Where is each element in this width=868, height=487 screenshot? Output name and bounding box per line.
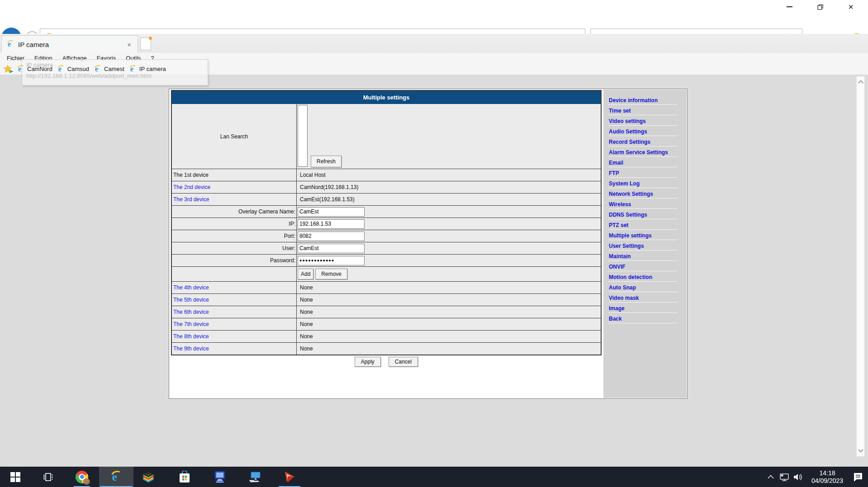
sidebar-link-wireless[interactable]: Wireless [608, 200, 677, 209]
tray-network-icon[interactable] [778, 467, 791, 487]
clock-time: 14:18 [809, 469, 845, 477]
password-label: Password: [270, 257, 295, 264]
favorite-ip-camera[interactable]: e IP camera [127, 65, 168, 74]
lan-search-label: Lan Search [172, 104, 297, 169]
overlay-name-field[interactable] [298, 207, 365, 217]
device-link[interactable]: The 6th device [173, 309, 209, 315]
internet-explorer-icon: e [110, 471, 123, 483]
sidebar-link-device-information[interactable]: Device information [608, 96, 677, 105]
device-link[interactable]: The 7th device [173, 321, 209, 327]
device-link[interactable]: The 3rd device [173, 196, 209, 203]
microsoft-store-icon [179, 471, 190, 483]
start-button[interactable] [5, 467, 26, 487]
tab-close-icon[interactable]: × [125, 41, 133, 48]
sidebar-link-record-settings[interactable]: Record Settings [608, 137, 677, 147]
overlay-name-row: Overlay Camera Name: [172, 205, 601, 217]
sidebar-link-onvif[interactable]: ONVIF [608, 262, 677, 271]
sidebar-link-maintain[interactable]: Maintain [608, 252, 677, 261]
tab-title: IP camera [18, 41, 125, 48]
vertical-scrollbar[interactable] [856, 76, 864, 456]
favorite-label: CamNord [27, 66, 52, 72]
device-row-9: The 9th device None [172, 342, 601, 355]
cancel-button[interactable]: Cancel [389, 357, 418, 367]
sidebar-link-motion-detection[interactable]: Motion detection [608, 273, 677, 282]
task-view-button[interactable] [37, 467, 59, 487]
refresh-button[interactable]: Refresh [311, 156, 342, 167]
action-center-button[interactable] [848, 467, 868, 487]
scroll-up-button[interactable] [857, 77, 865, 86]
restore-button[interactable] [809, 0, 831, 14]
close-button[interactable]: × [840, 0, 862, 14]
taskbar-bluestacks[interactable] [138, 467, 159, 487]
taskbar-clock[interactable]: 14:18 04/09/2023 [809, 469, 845, 485]
new-tab-button[interactable] [140, 38, 151, 50]
user-field[interactable] [298, 244, 365, 253]
minimize-button[interactable] [778, 0, 801, 14]
favorite-camsud[interactable]: e Camsud [55, 65, 91, 74]
device-value: None [300, 345, 313, 352]
ie-favorite-icon: e [129, 65, 137, 73]
sidebar-link-alarm-service-settings[interactable]: Alarm Service Settings [608, 148, 677, 157]
device-value: CamEst(192.168.1.53) [300, 196, 355, 203]
device-value: None [300, 284, 313, 291]
favorite-camnord[interactable]: e CamNord [14, 65, 55, 74]
taskbar-remote-desktop[interactable] [209, 467, 231, 487]
port-field[interactable] [298, 232, 365, 241]
taskbar-red-app[interactable] [279, 467, 300, 487]
lan-search-cell: Refresh [297, 104, 601, 169]
device-row-2: The 2nd device CamNord(192.168.1.13) [172, 181, 601, 193]
device-link[interactable]: The 4th device [173, 284, 209, 291]
user-label: User: [282, 245, 295, 251]
task-view-icon [42, 472, 54, 482]
device-link[interactable]: The 2nd device [173, 184, 210, 190]
sidebar-link-image[interactable]: Image [608, 304, 677, 313]
ethernet-network-icon [779, 473, 790, 482]
tray-volume-icon[interactable] [791, 467, 805, 487]
chevron-up-icon [768, 475, 774, 479]
sidebar-link-network-settings[interactable]: Network Settings [608, 189, 677, 199]
ie-favorite-icon: e [94, 65, 102, 73]
chrome-icon [76, 471, 88, 483]
add-favorite-icon[interactable] [4, 65, 14, 74]
chrome-overlay-badge [83, 478, 90, 485]
apply-button[interactable]: Apply [355, 357, 381, 367]
sidebar-link-ddns-settings[interactable]: DDNS Settings [608, 210, 677, 219]
sidebar-link-time-set[interactable]: Time set [608, 106, 677, 115]
taskbar-chrome[interactable] [71, 467, 93, 487]
favorite-label: Camsud [67, 66, 89, 72]
device-link[interactable]: The 9th device [173, 345, 209, 352]
sidebar-link-multiple-settings[interactable]: Multiple settings [608, 231, 677, 240]
sidebar-link-auto-snap[interactable]: Auto Snap [608, 283, 677, 292]
taskbar-internet-explorer[interactable]: e [99, 467, 133, 487]
remove-button[interactable]: Remove [315, 269, 347, 279]
bluestacks-icon [142, 471, 155, 483]
taskbar-microsoft-store[interactable] [174, 467, 195, 487]
tray-show-hidden-icons[interactable] [764, 467, 778, 487]
sidebar-link-audio-settings[interactable]: Audio Settings [608, 127, 677, 136]
ip-row: IP: [172, 217, 601, 230]
lan-search-listbox[interactable] [298, 105, 308, 167]
page-viewport: Multiple settings Lan Search Refresh The… [0, 75, 868, 467]
sidebar-link-video-settings[interactable]: Video settings [608, 117, 677, 126]
taskbar-this-pc[interactable] [244, 467, 266, 487]
sidebar-link-system-log[interactable]: System Log [608, 179, 677, 188]
sidebar-link-user-settings[interactable]: User Settings [608, 241, 677, 251]
sidebar-link-email[interactable]: Email [608, 158, 677, 167]
device-row-1: The 1st device Local Host [172, 169, 601, 181]
ip-field[interactable] [298, 219, 365, 229]
windows-logo-icon [10, 472, 20, 482]
chevron-down-icon [858, 449, 863, 453]
sidebar-link-video-mask[interactable]: Video mask [608, 293, 677, 303]
ie-favorite-icon: e [17, 65, 25, 73]
password-field[interactable] [298, 256, 365, 265]
favorite-camest[interactable]: e Camest [91, 65, 127, 74]
sidebar-link-ptz-set[interactable]: PTZ set [608, 221, 677, 230]
add-button[interactable]: Add [298, 269, 313, 279]
scroll-down-button[interactable] [857, 446, 865, 455]
device-link[interactable]: The 5th device [173, 297, 209, 303]
sidebar-link-back[interactable]: Back [608, 314, 677, 323]
sidebar-link-ftp[interactable]: FTP [608, 169, 677, 178]
device-link[interactable]: The 8th device [173, 333, 209, 340]
device-row-5: The 5th device None [172, 293, 601, 306]
tab-ip-camera[interactable]: e IP camera × [1, 35, 138, 53]
